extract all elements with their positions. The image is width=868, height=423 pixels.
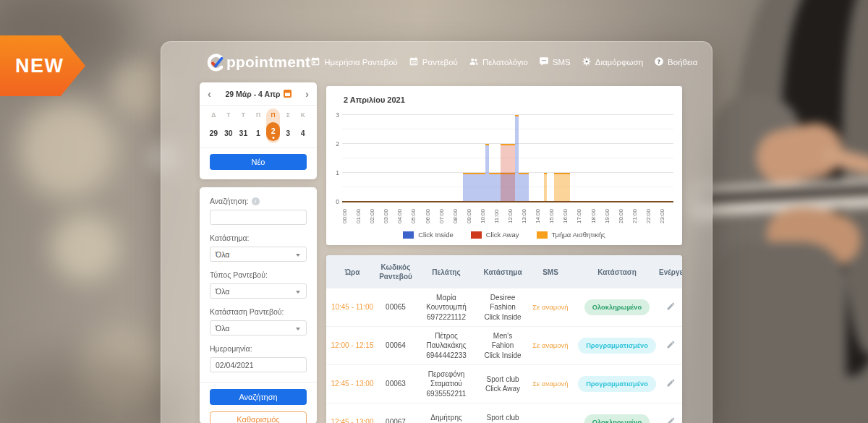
- date-input[interactable]: [210, 357, 307, 372]
- cell-code: 00063: [378, 379, 413, 389]
- edit-button[interactable]: [666, 378, 676, 388]
- x-axis-tick-label: 10:00: [480, 209, 486, 223]
- legend-item: Click Away: [471, 231, 519, 239]
- calendar-date: 2: [266, 122, 281, 141]
- nav-item-label: Βοήθεια: [668, 58, 697, 67]
- cell-time: 10:45 - 11:00: [326, 302, 378, 312]
- legend-label: Click Inside: [418, 231, 454, 239]
- calendar-date: 1: [251, 125, 266, 141]
- x-axis-tick-label: 22:00: [645, 209, 652, 223]
- cell-time: 12:45 - 13:00: [326, 379, 378, 389]
- x-axis-tick-label: 19:00: [604, 209, 610, 223]
- cell-status: Ολοκληρωμένο: [575, 414, 659, 423]
- cell-time: 12:00 - 12:15: [326, 341, 378, 351]
- info-icon: [252, 197, 260, 205]
- edit-button[interactable]: [666, 302, 676, 311]
- x-axis-tick-label: 15:00: [548, 209, 555, 223]
- calendar-day-31[interactable]: Τ31: [236, 111, 251, 141]
- column-header: Κατάστημα: [480, 268, 526, 277]
- cell-code: 00065: [378, 302, 413, 312]
- column-header: Κωδικός Ραντεβού: [378, 262, 413, 281]
- calendar-day-2[interactable]: Π2: [265, 111, 281, 141]
- date-label: Ημερομηνία:: [210, 343, 307, 354]
- calendar-day-30[interactable]: Τ30: [221, 111, 237, 141]
- cell-status: Προγραμματισμένο: [575, 376, 659, 393]
- edit-button[interactable]: [666, 340, 676, 349]
- nav-item-settings[interactable]: Διαμόρφωση: [582, 56, 643, 68]
- x-axis-tick-label: 13:00: [521, 209, 527, 223]
- cell-client: ΠερσεφόνηΣταματιού6935552211: [413, 369, 480, 399]
- store-select[interactable]: Όλα: [210, 247, 307, 262]
- chevron-down-icon: [296, 254, 300, 257]
- y-axis-tick: 0: [331, 198, 339, 205]
- legend-item: Click Inside: [403, 231, 454, 239]
- chart-area-segment: [501, 144, 516, 202]
- x-axis-tick-label: 14:00: [535, 209, 541, 223]
- calendar-day-1[interactable]: Π1: [251, 111, 266, 141]
- new-appointment-button[interactable]: Νέο: [210, 154, 307, 170]
- nav-item-label: Πελατολόγιο: [482, 58, 528, 67]
- status-badge: Ολοκληρωμένο: [584, 299, 650, 316]
- calendar-day-29[interactable]: Δ29: [206, 111, 221, 141]
- cell-sms: Σε αναμονή: [526, 303, 575, 312]
- chart-area-segment: [463, 173, 485, 202]
- legend-swatch: [403, 231, 414, 239]
- appointment-type-label: Τύπος Ραντεβού:: [210, 270, 307, 280]
- nav-item-label: Διαμόρφωση: [595, 58, 643, 67]
- calendar-day-header: Τ: [221, 111, 237, 120]
- table-row: 10:45 - 11:0000065ΜαρίαΚουντουμπή6972221…: [326, 289, 682, 327]
- x-axis-tick-label: 03:00: [383, 209, 389, 223]
- x-axis-tick-label: 05:00: [410, 209, 417, 223]
- x-axis-tick-label: 02:00: [369, 209, 375, 223]
- cell-code: 00067: [378, 417, 413, 423]
- help-icon: ?: [654, 56, 664, 68]
- search-button[interactable]: Αναζήτηση: [210, 389, 307, 405]
- svg-text:?: ?: [658, 59, 660, 65]
- x-axis-tick-label: 01:00: [355, 209, 362, 223]
- nav-item-appointments[interactable]: Ραντεβού: [409, 56, 458, 68]
- nav-item-help[interactable]: ?Βοήθεια: [654, 56, 697, 68]
- x-axis-tick-label: 20:00: [618, 209, 624, 223]
- nav-item-clients[interactable]: Πελατολόγιο: [469, 56, 528, 68]
- x-axis-tick-label: 04:00: [396, 209, 403, 223]
- person-photo: [687, 0, 868, 423]
- gridline: [342, 114, 673, 115]
- status-badge: Προγραμματισμένο: [578, 338, 656, 354]
- nav-item-label: Ραντεβού: [422, 58, 458, 67]
- calendar-day-3[interactable]: Σ3: [281, 111, 296, 141]
- x-axis-tick-label: 21:00: [631, 209, 638, 223]
- filters-panel: Αναζήτηση: Κατάστημα: Όλα Τύπος Ραντεβού…: [200, 187, 317, 423]
- app-logo: ppointment: [206, 53, 310, 72]
- status-badge: Προγραμματισμένο: [578, 376, 656, 393]
- column-header: Ώρα: [326, 268, 378, 277]
- chart-area-segment: [544, 173, 548, 202]
- divider: [200, 148, 317, 148]
- x-axis-tick-label: 23:00: [659, 209, 665, 223]
- mini-calendar: ‹ 29 Μάρ - 4 Απρ › Δ29Τ30Τ31Π1Π2Σ3Κ4 Νέο: [200, 82, 317, 179]
- nav-item-sms[interactable]: SMS: [539, 56, 571, 68]
- calendar-next-button[interactable]: ›: [305, 88, 309, 99]
- calendar-week-grid: Δ29Τ30Τ31Π1Π2Σ3Κ4: [200, 106, 317, 148]
- x-axis-tick-label: 18:00: [590, 209, 597, 223]
- x-axis-tick-label: 08:00: [452, 209, 459, 223]
- calendar-date: 4: [295, 125, 310, 141]
- y-axis-tick: 1: [331, 169, 339, 176]
- daily-chart-panel: 2 Απριλίου 2021 012300:0001:0002:0003:00…: [326, 86, 682, 245]
- search-input[interactable]: [210, 210, 307, 225]
- legend-label: Click Away: [486, 231, 519, 239]
- calendar-day-header: Σ: [281, 111, 296, 120]
- calendar-day-4[interactable]: Κ4: [295, 111, 310, 141]
- table-row: 12:00 - 12:1500064ΠέτροςΠαυλακάκης694444…: [326, 327, 682, 365]
- cell-actions: [659, 378, 682, 390]
- clear-button[interactable]: Καθαρισμός: [210, 411, 307, 423]
- x-axis-tick-label: 06:00: [425, 209, 431, 223]
- chart-area-segment: [519, 173, 528, 202]
- table-body: 10:45 - 11:0000065ΜαρίαΚουντουμπή6972221…: [326, 289, 682, 423]
- nav-item-daily-appointments[interactable]: Ημερήσια Ραντεβού: [310, 56, 398, 68]
- table-row: 12:45 - 13:0000063ΠερσεφόνηΣταματιού6935…: [326, 365, 682, 403]
- calendar-day-header: Κ: [295, 111, 310, 120]
- edit-button[interactable]: [666, 416, 676, 423]
- appointment-status-select[interactable]: Όλα: [210, 320, 307, 336]
- appointment-type-select[interactable]: Όλα: [210, 283, 307, 299]
- column-header: Κατάσταση: [575, 268, 659, 277]
